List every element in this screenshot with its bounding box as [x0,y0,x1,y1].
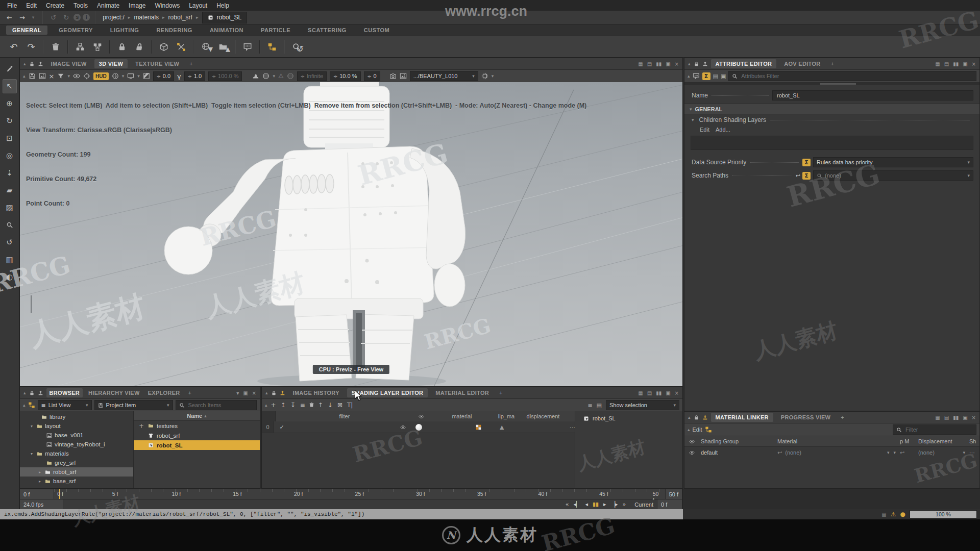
select-tool[interactable]: ↖ [3,79,17,93]
orbit-view-tool[interactable]: ↺ [3,235,17,249]
tab-material-linker[interactable]: MATERIAL LINKER [711,413,773,422]
menu-help[interactable]: Help [212,1,233,10]
name-column-header[interactable]: Name ▴ [134,411,260,421]
revert-icon[interactable]: ↩ [777,449,782,456]
tab-texture-view[interactable]: TEXTURE VIEW [131,59,184,68]
layout-grid-icon[interactable]: ▦ [638,61,643,67]
close-panel-icon[interactable]: × [972,61,976,67]
zoom-slider[interactable]: ◂▸100.0 % [208,71,242,81]
clipping-slider[interactable]: ◂▸Infinite [297,71,327,81]
float-panel-icon[interactable]: ▣ [666,61,670,67]
float-panel-icon[interactable]: ▣ [666,390,670,396]
tab-geometry[interactable]: GEOMETRY [53,26,99,35]
tree-item-base-v001[interactable]: base_v001 [20,431,133,440]
ml-filter-input[interactable] [904,426,973,433]
fps-field[interactable]: 24.0 fps [20,499,63,509]
link-materials-icon[interactable] [705,426,712,433]
clone-view-icon[interactable] [252,72,259,80]
move-rule-up-button[interactable]: ↑ [317,402,324,409]
delete-rule-button[interactable] [309,402,314,409]
search-items-input[interactable] [187,402,253,409]
visibility-column-header[interactable] [413,414,429,419]
tab-custom[interactable]: CUSTOM [358,26,396,35]
float-panel-icon[interactable]: ▣ [963,61,967,67]
pm-column-header[interactable]: p M [898,438,916,444]
color-picker-tool[interactable] [3,62,17,76]
tab-aov-editor[interactable]: AOV EDITOR [779,59,825,68]
add-rule-button[interactable]: + [270,402,277,409]
layout-rows-icon[interactable]: ▤ [944,415,949,420]
snap-tool[interactable]: ⇣ [3,166,17,180]
tab-material-editor[interactable]: MATERIAL EDITOR [431,388,494,397]
tab-rendering[interactable]: RENDERING [150,26,199,35]
menu-tools[interactable]: Tools [69,1,92,10]
material-cell[interactable]: ↩ (none) ▾ ▾ [775,449,898,456]
warning-icon[interactable]: ⚠ [891,511,896,518]
insert-rule-below-button[interactable]: ↧ [289,402,297,409]
scale-tool[interactable]: ⊡ [3,131,17,145]
filter-column-header[interactable]: filter [276,413,413,419]
tab-image-view[interactable]: IMAGE VIEW [46,59,91,68]
previous-keyframe-button[interactable]: ◂▏ [573,501,580,508]
tab-animation[interactable]: ANIMATION [204,26,250,35]
advanced-attributes-icon[interactable]: ▣ [721,73,726,80]
view-mode-select[interactable]: ≡ List View ▾ [38,400,92,410]
paint-tool[interactable]: ▰ [3,183,17,197]
interaction-mode-tool[interactable]: ◎ [3,148,17,163]
merge-rules-button[interactable]: ≡ [299,402,306,409]
next-keyframe-button[interactable]: ▕▸ [611,501,618,508]
shading-network-button[interactable] [263,39,281,55]
row-more-button[interactable]: ⋯ [967,449,977,456]
close-panel-icon[interactable]: × [675,390,679,396]
collapse-toolbar-icon[interactable]: ▴ [23,73,26,79]
attributes-filter-field[interactable] [728,71,976,81]
exposure-icon[interactable] [143,72,150,80]
show-tree-icon[interactable] [28,402,35,409]
snapshot-icon[interactable] [39,72,46,80]
visibility-icon[interactable] [73,72,80,80]
translate-tool[interactable]: ⊕ [3,96,17,111]
float-panel-icon[interactable]: ▣ [243,390,248,396]
rule-material-swatch[interactable] [410,424,428,431]
horizontal-scrollbar[interactable] [684,83,979,85]
rule-displacement-cell[interactable]: ▲ [488,424,516,431]
layout-rows-icon[interactable]: ▤ [647,390,652,396]
tree-item-layout[interactable]: ▾ layout [20,421,133,431]
sle-rule-row[interactable]: 0 ✓ ▲ ⋯ [262,421,575,433]
data-source-priority-select[interactable]: Rules data has priority ▾ [813,157,973,167]
close-panel-icon[interactable]: × [972,415,976,420]
pause-button[interactable]: ▮▮ [593,501,599,508]
antialias-warning-icon[interactable]: ⚠ [278,72,284,80]
edit-menu[interactable]: Edit [693,427,702,433]
move-rule-down-button[interactable]: ↓ [327,402,334,409]
insert-rule-above-button[interactable]: ↥ [280,402,287,409]
list-item-robot-srf[interactable]: robot_srf [134,431,260,440]
document-tab-robot-sl[interactable]: robot_SL [202,12,247,23]
tab-lighting[interactable]: LIGHTING [104,26,145,35]
name-input[interactable] [776,92,970,99]
filter-dropdown-icon[interactable]: ▾ [67,73,70,79]
go-to-start-button[interactable]: « [566,501,569,508]
menu-windows[interactable]: Windows [151,1,184,10]
clear-view-icon[interactable]: × [49,72,55,80]
lock-panel-icon[interactable] [29,390,35,396]
environment-icon[interactable] [262,72,270,80]
layout-grid-icon[interactable]: ▦ [638,390,643,396]
rule-enabled-checkbox[interactable]: ✓ [274,424,289,431]
collapse-panel-icon[interactable]: ▴ [688,61,691,66]
group-items-button[interactable] [71,39,89,55]
collapse-toolbar-icon[interactable]: ▴ [265,403,267,408]
tab-general[interactable]: GENERAL [6,26,47,35]
hud-toggle[interactable]: HUD [93,72,109,80]
comment-button[interactable] [239,39,256,55]
collapse-panel-icon[interactable]: ▴ [265,390,268,395]
tab-particle[interactable]: PARTICLE [255,26,297,35]
aov-selector[interactable]: .../BEAUTY_L010▾ [410,71,478,81]
collapse-panel-icon[interactable]: ▴ [688,415,691,420]
ml-default-row[interactable]: default ↩ (none) ▾ ▾ ↩ (none) ▾ ⋯ [684,447,979,458]
layout-rows-icon[interactable]: ▤ [647,61,652,67]
tab-scattering[interactable]: SCATTERING [302,26,353,35]
rule-visibility-toggle[interactable] [396,424,410,430]
breadcrumb-materials[interactable]: materials [132,14,160,21]
breadcrumb-project[interactable]: project:/ [101,14,126,21]
